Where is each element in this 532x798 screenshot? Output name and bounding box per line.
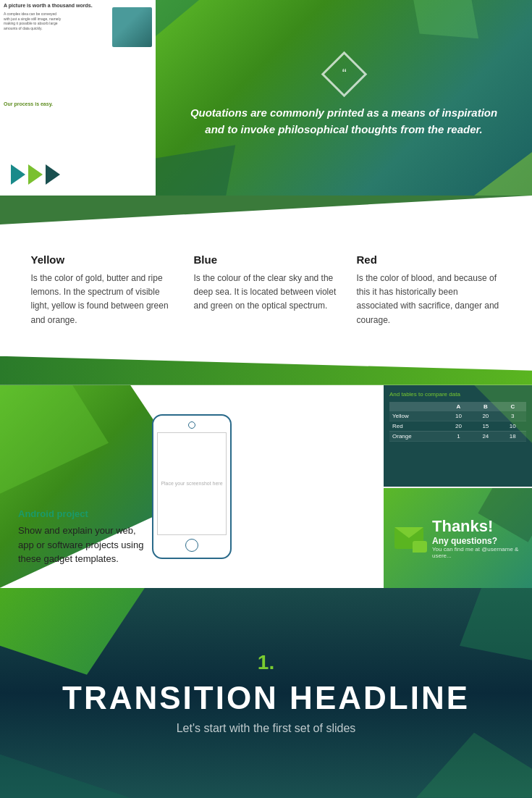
- thumb1-image: [112, 7, 152, 47]
- table-row: Yellow 10 20 3: [389, 411, 526, 421]
- section2-geo-bottom: [0, 356, 532, 385]
- chat-bubble-icon: [413, 541, 427, 553]
- envelope-icon: [394, 527, 423, 549]
- quote-icon: “: [342, 67, 346, 82]
- table-cell-y-c: 3: [499, 411, 526, 421]
- right-panel: And tables to compare data A B C Yellow …: [384, 385, 532, 588]
- table-cell-orange: Orange: [389, 431, 445, 441]
- thumb1-body: A complex idea can be conveyed with just…: [4, 12, 62, 30]
- color-yellow-desc: Is the color of gold, butter and ripe le…: [31, 272, 176, 327]
- section-colors: Yellow Is the color of gold, butter and …: [0, 196, 532, 385]
- arrow-2: second: [28, 164, 43, 185]
- arrow-3: last: [46, 164, 60, 185]
- table-label: And tables to compare data: [389, 391, 526, 398]
- section-android: Place your screenshot here Android proje…: [0, 385, 532, 588]
- process-arrows: First second last: [11, 164, 60, 185]
- thumbnail-2[interactable]: Our process is easy. First second last: [0, 98, 156, 196]
- thanks-panel: Thanks! Any questions? You can find me a…: [384, 488, 532, 588]
- table-cell-y-b: 20: [472, 411, 499, 421]
- thanks-contact: You can find me at @username & usere...: [432, 546, 521, 559]
- table-th-a: A: [445, 402, 472, 411]
- color-red: Red Is the color of blood, and because o…: [357, 253, 502, 327]
- color-red-desc: Is the color of blood, and because of th…: [357, 272, 502, 327]
- phone-screen: Place your screenshot here: [157, 432, 226, 535]
- android-content: Android project Show and explain your we…: [18, 508, 148, 566]
- arrow-1: First: [11, 164, 25, 185]
- color-yellow-title: Yellow: [31, 253, 176, 266]
- transition-subtitle: Let's start with the first set of slides: [177, 722, 356, 735]
- color-yellow: Yellow Is the color of gold, butter and …: [31, 253, 176, 327]
- table-cell-o-c: 18: [499, 431, 526, 441]
- s4-geo3: [0, 726, 130, 798]
- slides-thumbnails-panel: A picture is worth a thousand words. A c…: [0, 0, 156, 196]
- table-cell-r-c: 10: [499, 421, 526, 431]
- quote-diamond: “: [321, 51, 367, 98]
- thanks-subtitle: Any questions?: [432, 536, 521, 546]
- phone-placeholder-text: Place your screenshot here: [161, 481, 222, 486]
- table-cell-o-a: 1: [445, 431, 472, 441]
- color-red-title: Red: [357, 253, 502, 266]
- transition-headline: TRANSITION HEADLINE: [62, 680, 470, 716]
- section-slides-quote: A picture is worth a thousand words. A c…: [0, 0, 532, 196]
- s4-geo4: [416, 733, 532, 798]
- thumb2-label: Our process is easy.: [4, 101, 53, 106]
- table-row: Orange 1 24 18: [389, 431, 526, 441]
- phone-mockup: Place your screenshot here: [152, 414, 232, 559]
- thumb1-label: A picture is worth a thousand words.: [4, 3, 93, 8]
- table-cell-r-b: 15: [472, 421, 499, 431]
- thanks-text: Thanks! Any questions? You can find me a…: [432, 517, 521, 559]
- s4-geo2: [423, 588, 532, 660]
- phone-home-button: [185, 539, 198, 552]
- s4-geo1: [0, 588, 145, 675]
- color-blue-desc: Is the colour of the clear sky and the d…: [194, 272, 339, 314]
- table-cell-red: Red: [389, 421, 445, 431]
- geo-shape-1: [474, 152, 532, 196]
- table-cell-o-b: 24: [472, 431, 499, 441]
- table-th-b: B: [472, 402, 499, 411]
- transition-number: 1.: [258, 651, 274, 674]
- table-panel: And tables to compare data A B C Yellow …: [384, 385, 532, 487]
- table-cell-y-a: 10: [445, 411, 472, 421]
- phone-camera: [188, 421, 195, 429]
- quote-text: Quotations are commonly printed as a mea…: [185, 105, 503, 138]
- table-cell-r-a: 20: [445, 421, 472, 431]
- android-label: Android project: [18, 508, 148, 519]
- thumbnail-1[interactable]: A picture is worth a thousand words. A c…: [0, 0, 156, 97]
- section-transition: 1. TRANSITION HEADLINE Let's start with …: [0, 588, 532, 798]
- color-blue: Blue Is the colour of the clear sky and …: [194, 253, 339, 327]
- colors-container: Yellow Is the color of gold, butter and …: [0, 239, 532, 356]
- thanks-title: Thanks!: [432, 517, 521, 536]
- table-row: Red 20 15 10: [389, 421, 526, 431]
- data-table: A B C Yellow 10 20 3 Red 20 15: [389, 402, 526, 442]
- android-panel: Place your screenshot here Android proje…: [0, 385, 384, 588]
- geo-shape-2: [156, 0, 199, 36]
- table-cell-yellow: Yellow: [389, 411, 445, 421]
- section2-geo-top: [0, 196, 532, 239]
- table-th-c: C: [499, 402, 526, 411]
- android-description: Show and explain your web, app or softwa…: [18, 524, 148, 566]
- table-header-row: A B C: [389, 402, 526, 411]
- table-th-0: [389, 402, 445, 411]
- color-blue-title: Blue: [194, 253, 339, 266]
- quote-slide: “ Quotations are commonly printed as a m…: [156, 0, 532, 196]
